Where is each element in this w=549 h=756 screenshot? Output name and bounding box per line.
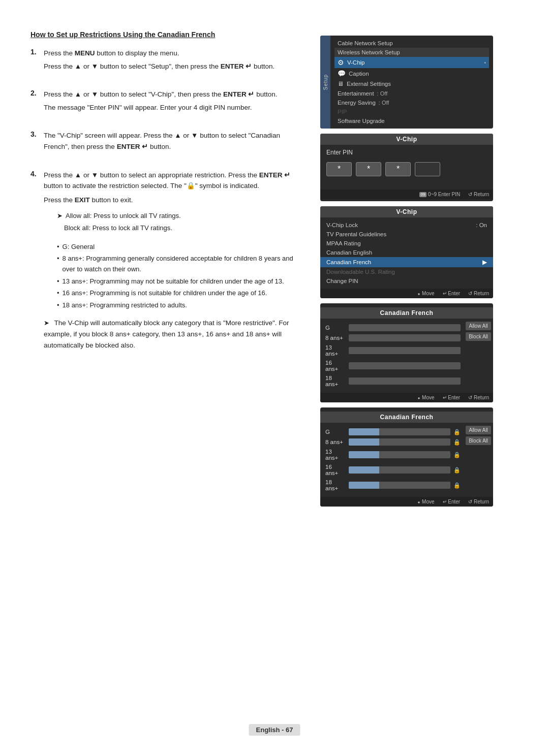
footer-enter-pin: 09 0~9 Enter PIN (419, 192, 460, 197)
vchip-pin-panel: V-Chip Enter PIN * * * 09 0~9 Enter PIN … (320, 134, 493, 201)
right-column: Setup Cable Network Setup Wireless Netwo… (320, 30, 493, 715)
page-footer: English - 67 (249, 724, 300, 736)
cf-panel-1-footer: ⬥ Move ↵ Enter ↺ Return (320, 393, 493, 402)
step-2-content: Press the ▲ or ▼ button to select "V-Chi… (44, 89, 305, 115)
bullet-8: • 8 ans+: Programming generally consider… (57, 253, 305, 275)
step-4-number: 4. (30, 170, 41, 178)
allow-block-notes: ➤ Allow all: Press to unlock all TV rati… (57, 210, 305, 234)
footer-enter: ↵ Enter (443, 291, 461, 296)
bullet-G: • G: General (57, 241, 305, 252)
rating-side-btns-2: Allow All Block All (466, 426, 493, 494)
canadian-french-panel-1: Canadian French G 8 ans+ (320, 303, 493, 402)
allow-all-button-1[interactable]: Allow All (466, 322, 491, 330)
rating-row-8-2: 8 ans+ 🔒 (325, 437, 461, 447)
pin-dots-row: * * * (320, 159, 493, 179)
tv-parental-item: TV Parental Guidelines (320, 230, 493, 239)
step-3: 3. The "V-Chip" screen will appear. Pres… (30, 130, 305, 154)
rating-table-1: G 8 ans+ 13 ans+ (320, 322, 466, 390)
section-title: How to Set up Restrictions Using the Can… (30, 30, 305, 39)
downloadable-us-item: Downloadable U.S. Rating (320, 267, 493, 276)
cf-panel-2-title: Canadian French (320, 412, 493, 423)
rating-table-2: G 🔒 8 ans+ 🔒 13 ans+ (320, 426, 466, 494)
canadian-french-item: Canadian French ▶ (320, 257, 493, 267)
pin-dot-2: * (356, 162, 381, 176)
rating-row-8-1: 8 ans+ (325, 333, 461, 343)
step-2-line-1: Press the ▲ or ▼ button to select "V-Chi… (44, 89, 305, 100)
cf-panel-1-title: Canadian French (320, 307, 493, 319)
vchip-menu-list: V-Chip Lock : On TV Parental Guidelines … (320, 217, 493, 289)
footer-return-3: ↺ Return (468, 291, 489, 296)
pin-dot-1: * (326, 162, 352, 176)
rating-row-16-1: 16 ans+ (325, 358, 461, 373)
footer-move-5: ⬥ Move (417, 499, 434, 505)
rating-row-13-1: 13 ans+ (325, 343, 461, 358)
cf-panel-2-footer: ⬥ Move ↵ Enter ↺ Return (320, 497, 493, 507)
canadian-french-panel-2: Canadian French G 🔒 8 ans+ (320, 407, 493, 507)
tip-block: ➤ The V-Chip will automatically block an… (44, 318, 305, 351)
rating-row-18-2: 18 ans+ 🔒 (325, 478, 461, 493)
allow-note: ➤ Allow all: Press to unlock all TV rati… (57, 210, 305, 222)
vchip-menu-panel: V-Chip V-Chip Lock : On TV Parental Guid… (320, 206, 493, 298)
step-2-line-2: The message "Enter PIN" will appear. Ent… (44, 102, 305, 113)
menu-external: 🖥 External Settings (334, 79, 489, 89)
canadian-english-item: Canadian English (320, 248, 493, 257)
step-3-number: 3. (30, 130, 41, 138)
block-note: Block all: Press to lock all TV ratings. (57, 223, 305, 234)
bullet-13: • 13 ans+: Programming may not be suitab… (57, 276, 305, 287)
vchip-menu-title: V-Chip (320, 206, 493, 217)
allow-all-button-2[interactable]: Allow All (466, 426, 491, 434)
pin-panel-title: V-Chip (320, 134, 493, 145)
cf-panel-2-body: G 🔒 8 ans+ 🔒 13 ans+ (320, 423, 493, 497)
menu-entertainment: Entertainment : Off (334, 89, 489, 98)
menu-vchip: ⚙ V-Chip • (334, 57, 489, 68)
footer-move-4: ⬥ Move (417, 395, 434, 400)
setup-sidebar-label: Setup (323, 74, 328, 90)
step-4: 4. Press the ▲ or ▼ button to select an … (30, 170, 305, 351)
menu-cable-network: Cable Network Setup (334, 39, 489, 48)
change-pin-item: Change PIN (320, 276, 493, 286)
block-all-button-2[interactable]: Block All (466, 436, 491, 445)
rating-row-18-1: 18 ans+ (325, 373, 461, 389)
left-column: How to Set up Restrictions Using the Can… (30, 30, 320, 715)
block-all-button-1[interactable]: Block All (466, 332, 491, 341)
menu-pip: PIP (334, 107, 489, 116)
step-4-line-2: Press the EXIT button to exit. (44, 195, 305, 206)
setup-menu-panel: Setup Cable Network Setup Wireless Netwo… (320, 36, 493, 129)
step-1: 1. Press the MENU button to display the … (30, 48, 305, 74)
menu-wireless-network: Wireless Network Setup (334, 48, 489, 57)
bullets-list: • G: General • 8 ans+: Programming gener… (57, 241, 305, 311)
footer-return-4: ↺ Return (468, 395, 489, 400)
bullet-18: • 18 ans+: Programming restricted to adu… (57, 300, 305, 310)
rating-row-16-2: 16 ans+ 🔒 (325, 462, 461, 478)
rating-row-13-2: 13 ans+ 🔒 (325, 447, 461, 462)
step-1-number: 1. (30, 48, 41, 56)
step-2-number: 2. (30, 89, 41, 97)
pin-dot-3: * (385, 162, 411, 176)
bullet-16: • 16 ans+: Programming is not suitable f… (57, 288, 305, 298)
setup-sidebar: Setup (320, 36, 330, 129)
rating-row-G-2: G 🔒 (325, 427, 461, 437)
menu-software: Software Upgrade (334, 116, 489, 125)
pin-dot-4 (415, 162, 440, 176)
footer-return-5: ↺ Return (468, 499, 489, 505)
cf-panel-1-body: G 8 ans+ 13 ans+ (320, 319, 493, 393)
step-1-line-2: Press the ▲ or ▼ button to select "Setup… (44, 61, 305, 72)
footer-move: ⬥ Move (417, 291, 434, 296)
step-1-content: Press the MENU button to display the men… (44, 48, 305, 74)
enter-pin-label: Enter PIN (320, 145, 493, 159)
footer-enter-4: ↵ Enter (443, 395, 461, 400)
mpaa-rating-item: MPAA Rating (320, 239, 493, 248)
footer-return: ↺ Return (468, 192, 489, 197)
rating-row-G-1: G (325, 323, 461, 333)
step-1-line-1: Press the MENU button to display the men… (44, 48, 305, 59)
step-4-content: Press the ▲ or ▼ button to select an app… (44, 170, 305, 351)
vchip-menu-footer: ⬥ Move ↵ Enter ↺ Return (320, 289, 493, 298)
menu-energy: Energy Saving : Off (334, 98, 489, 107)
page-container: How to Set up Restrictions Using the Can… (0, 0, 549, 756)
menu-caption: 💬 Caption (334, 68, 489, 79)
step-3-content: The "V-Chip" screen will appear. Press t… (44, 130, 305, 154)
footer-enter-5: ↵ Enter (443, 499, 461, 505)
setup-menu-content: Cable Network Setup Wireless Network Set… (330, 36, 493, 129)
step-3-line-1: The "V-Chip" screen will appear. Press t… (44, 130, 305, 152)
step-2: 2. Press the ▲ or ▼ button to select "V-… (30, 89, 305, 115)
